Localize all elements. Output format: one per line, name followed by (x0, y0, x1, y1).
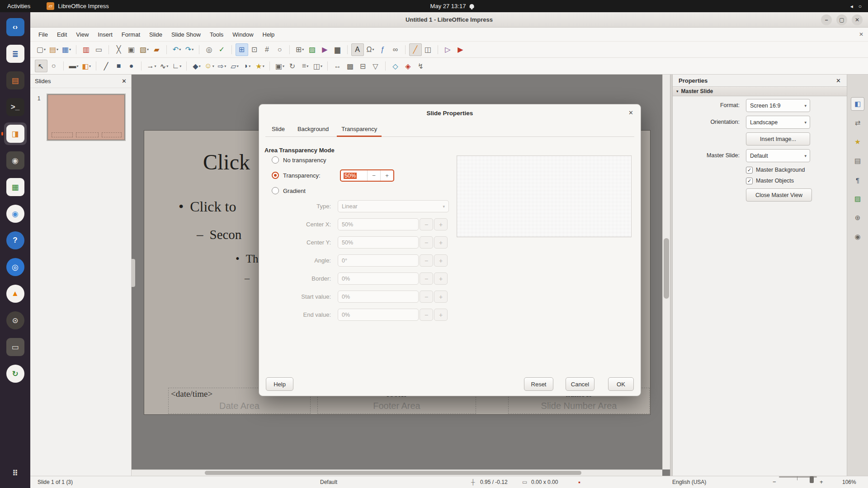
files-dock-item[interactable]: ▤ (4, 69, 27, 92)
activities-button[interactable]: Activities (7, 3, 30, 9)
layout-name-status[interactable]: Default (320, 476, 337, 488)
animation-deck-tab[interactable]: ★ (851, 135, 864, 149)
orientation-dropdown[interactable]: Landscape ▾ (746, 116, 810, 129)
display-grid-button[interactable]: ⊞ (236, 43, 248, 56)
callout-shapes-button[interactable]: ◗ ▾ (241, 60, 254, 72)
interaction-button[interactable]: ↯ (415, 60, 427, 72)
open-file-button[interactable]: ▤ ▾ (47, 43, 60, 56)
close-window-button[interactable]: ✕ (852, 14, 863, 25)
format-menu[interactable]: Format (117, 28, 145, 41)
star-shapes-button[interactable]: ★ ▾ (254, 60, 266, 72)
curves-and-polygons-button[interactable]: ∿ ▾ (158, 60, 170, 72)
insert-media-button[interactable]: ▶ (319, 43, 331, 56)
properties-deck-tab[interactable]: ◧ (851, 97, 864, 111)
lines-and-arrows-button[interactable]: → ▾ (145, 60, 158, 72)
system-status-menu[interactable]: ◂ ○ (850, 3, 862, 9)
styles-deck-tab[interactable]: ¶ (851, 173, 864, 187)
outline-level-1-text[interactable]: •Click to (179, 198, 236, 215)
outline-level-4-text[interactable]: – (245, 272, 256, 284)
glue-points-button[interactable]: ◈ (402, 60, 415, 72)
select-button[interactable]: ↖ (35, 60, 47, 72)
no-transparency-radio[interactable]: No transparency (272, 155, 326, 164)
slides-panel-close-icon[interactable]: ✕ (122, 78, 127, 84)
export-pdf-button[interactable]: ▥ (80, 43, 93, 56)
vertical-scrollbar-thumb[interactable] (664, 238, 669, 299)
zoom-in-button[interactable]: + (820, 476, 823, 488)
tools-menu[interactable]: Tools (205, 28, 228, 41)
help-dock-item[interactable]: ? (4, 229, 27, 252)
align-objects-button[interactable]: ≡ ▾ (299, 60, 311, 72)
close-master-view-button[interactable]: Close Master View (746, 188, 812, 202)
zoom-slider-handle[interactable] (810, 476, 814, 483)
insert-table-button[interactable]: ⊞ ▾ (293, 43, 306, 56)
view-menu[interactable]: View (71, 28, 93, 41)
rotate-button[interactable]: ↻ (286, 60, 299, 72)
insert-menu[interactable]: Insert (93, 28, 117, 41)
format-dropdown[interactable]: Screen 16:9 ▾ (746, 99, 810, 112)
help-menu[interactable]: Help (258, 28, 279, 41)
libreoffice-writer-dock-item[interactable]: ≣ (4, 42, 27, 65)
transparency-value-field[interactable]: 50% (341, 170, 367, 181)
distribute-selection-button[interactable]: ↔ (331, 60, 344, 72)
arrange-objects-button[interactable]: ◫ ▾ (311, 60, 324, 72)
new-document-button[interactable]: ▢ ▾ (35, 43, 47, 56)
properties-panel-close-icon[interactable]: ✕ (836, 77, 841, 84)
ok-button[interactable]: OK (608, 377, 634, 391)
insert-line-button[interactable]: ╱ (100, 60, 113, 72)
spelling-button[interactable]: ✓ (216, 43, 228, 56)
start-from-first-slide-button[interactable]: ▷ (442, 43, 454, 56)
tab-background[interactable]: Background (291, 122, 335, 136)
slide-transition-deck-tab[interactable]: ⇄ (851, 116, 864, 130)
show-draw-functions-button[interactable]: ╱ (409, 43, 422, 56)
crop-image-button[interactable]: ⊟ (357, 60, 369, 72)
master-slide-section-header[interactable]: ▾ Master Slide (673, 86, 847, 96)
settings-dock-item[interactable]: ⊙ (4, 309, 27, 332)
gimp-dock-item[interactable]: ◉ (4, 149, 27, 172)
vertical-scrollbar[interactable] (662, 75, 670, 469)
cut-button[interactable]: ╳ (113, 43, 125, 56)
block-arrows-button[interactable]: ⇨ ▾ (216, 60, 228, 72)
insert-image-button[interactable]: Insert Image... (746, 132, 810, 145)
basic-shapes-button[interactable]: ◆ ▾ (190, 60, 203, 72)
focused-app-menu[interactable]: ▱ LibreOffice Impress (47, 2, 108, 10)
master-objects-checkbox[interactable]: ✓ Master Objects (746, 176, 794, 185)
line-style-button[interactable]: ▬ ▾ (67, 60, 80, 72)
window-title-bar[interactable]: Untitled 1 - LibreOffice Impress – ▢ ✕ (30, 12, 868, 28)
clone-formatting-button[interactable]: ▰ (151, 43, 163, 56)
save-button[interactable]: ▦ ▾ (60, 43, 73, 56)
insert-chart-button[interactable]: ▆ (331, 43, 344, 56)
slide-show-menu[interactable]: Slide Show (167, 28, 205, 41)
vlc-dock-item[interactable]: ▲ (4, 282, 27, 305)
show-applications-dock-item[interactable]: ⠿ (4, 462, 27, 484)
minimize-button[interactable]: – (821, 14, 832, 25)
master-title-text[interactable]: Click (203, 150, 250, 174)
3d-objects-button[interactable]: ▣ ▾ (274, 60, 286, 72)
clock-menu[interactable]: May 27 13:17 (430, 3, 474, 9)
text-editor-dock-item[interactable]: ▭ (4, 336, 27, 358)
rectangle-button[interactable]: ■ (113, 60, 125, 72)
display-views-button[interactable]: ◫ (422, 43, 434, 56)
reset-button[interactable]: Reset (524, 377, 553, 391)
close-document-icon[interactable]: ✕ (859, 31, 863, 38)
insert-text-box-button[interactable]: A (351, 43, 364, 56)
symbol-shapes-button[interactable]: ☺ ▾ (203, 60, 216, 72)
vscode-dock-item[interactable]: ‹› (4, 16, 27, 38)
master-slide-dropdown[interactable]: Default ▾ (746, 149, 810, 162)
snap-to-grid-button[interactable]: ⊡ (248, 43, 261, 56)
redo-button[interactable]: ↷ ▾ (183, 43, 196, 56)
libreoffice-impress-dock-item[interactable]: ◨ (4, 122, 27, 145)
language-status[interactable]: English (USA) (672, 476, 706, 488)
zoom-out-button[interactable]: − (773, 476, 776, 488)
insert-fontwork-button[interactable]: ƒ (377, 43, 389, 56)
fill-color-button[interactable]: ◧ ▾ (80, 60, 93, 72)
paste-button[interactable]: ▧ ▾ (138, 43, 151, 56)
helplines-while-moving-button[interactable]: # (261, 43, 274, 56)
shadow-button[interactable]: ▩ (344, 60, 357, 72)
window-menu[interactable]: Window (228, 28, 258, 41)
connectors-button[interactable]: ∟ ▾ (170, 60, 183, 72)
help-button[interactable]: Help (266, 377, 293, 391)
copy-button[interactable]: ▣ (125, 43, 138, 56)
libreoffice-calc-dock-item[interactable]: ▦ (4, 176, 27, 198)
print-button[interactable]: ▭ (93, 43, 105, 56)
document-modified-icon[interactable]: ▪ (578, 476, 580, 488)
